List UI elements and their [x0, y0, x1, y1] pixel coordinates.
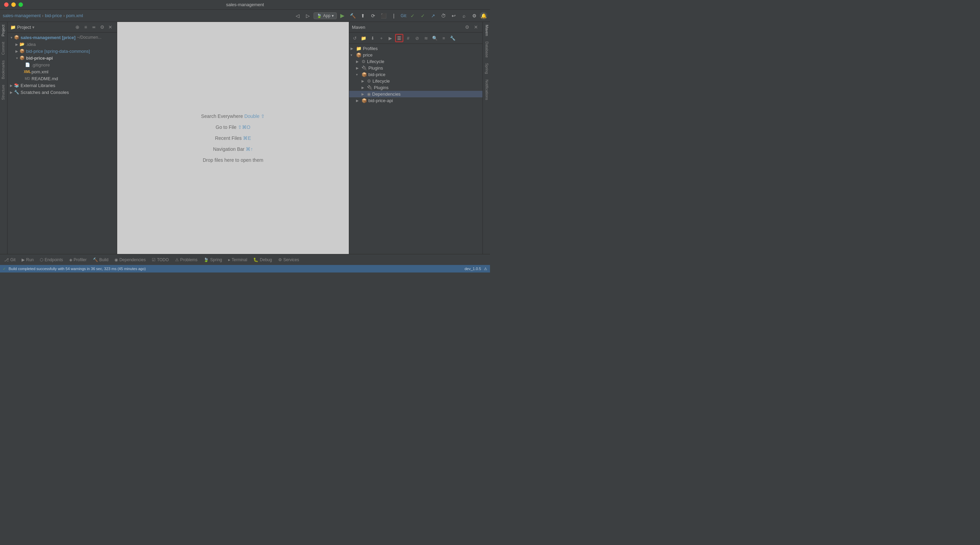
maven-download-button[interactable]: ⬇ — [368, 34, 377, 42]
bottom-tab-todo[interactable]: ☑ TODO — [149, 256, 171, 264]
breadcrumb-project[interactable]: sales-management — [3, 13, 41, 18]
expand-all-button[interactable]: ≖ — [90, 23, 98, 31]
panel-settings-button[interactable]: ⚙ — [99, 23, 106, 31]
maven-item-bid-price-api[interactable]: ▶ 📦 bid-price-api — [349, 97, 482, 104]
bottom-tab-debug[interactable]: 🐛 Debug — [250, 256, 274, 264]
nav-forward-button[interactable]: ▷ — [303, 11, 313, 21]
right-tab-database[interactable]: Database — [483, 39, 490, 61]
maven-add-button[interactable]: + — [377, 34, 385, 42]
tree-item-gitignore[interactable]: ▶ 📄 .gitignore — [8, 61, 117, 68]
tree-item-bid-price-api[interactable]: ▾ 📦 bid-price-api — [8, 54, 117, 61]
maven-run-button[interactable]: ▶ — [386, 34, 395, 42]
panel-close-button[interactable]: ✕ — [107, 23, 114, 31]
bottom-tab-terminal[interactable]: ▸ Terminal — [226, 256, 250, 264]
maven-open-button[interactable]: 📁 — [360, 34, 368, 42]
sidebar-tab-project[interactable]: Project — [0, 22, 7, 39]
maven-item-lifecycle2[interactable]: ▶ ⚙ Lifecycle — [349, 78, 482, 84]
maven-refresh-button[interactable]: ↺ — [350, 34, 359, 42]
tree-label-pomxml: pom.xml — [32, 69, 48, 74]
bottom-tab-git[interactable]: ⎇ Git — [2, 256, 18, 264]
sidebar-tab-commit[interactable]: Commit — [0, 39, 7, 57]
locate-button[interactable]: ⊕ — [74, 23, 81, 31]
maven-close-button[interactable]: ✕ — [472, 23, 480, 31]
bottom-tab-services[interactable]: ⚙ Services — [275, 256, 302, 264]
run-button[interactable]: ▶ — [337, 11, 347, 21]
maven-item-plugins1[interactable]: ▶ 🔌 Plugins — [349, 65, 482, 71]
search-button[interactable]: ⌕ — [459, 11, 469, 21]
right-tab-spring[interactable]: Spring — [483, 61, 490, 77]
bottom-tab-endpoints[interactable]: ⬡ Endpoints — [37, 256, 65, 264]
app-dropdown-button[interactable]: 🍃 App ▾ — [313, 12, 337, 19]
right-tab-maven[interactable]: Maven — [483, 22, 490, 39]
hint-search-text: Search Everywhere — [201, 113, 243, 119]
tree-label-ext-libs: External Libraries — [21, 83, 55, 88]
maven-label-bid-price: bid-price — [368, 72, 385, 77]
tree-item-idea[interactable]: ▶ 📂 .idea — [8, 41, 117, 48]
history-button[interactable]: ⏱ — [439, 11, 448, 21]
right-tab-notifications[interactable]: Notifications — [483, 77, 490, 103]
maven-item-plugins2[interactable]: ▶ 🔌 Plugins — [349, 84, 482, 91]
undo-button[interactable]: ↩ — [449, 11, 458, 21]
tree-label-scratches: Scratches and Consoles — [21, 90, 69, 95]
project-panel-header: 📁 Project ▾ ⊕ ≡ ≖ ⚙ ✕ — [8, 22, 117, 33]
left-sidebar-tabs: Project Commit Bookmarks Structure — [0, 22, 8, 254]
chevron-down-icon[interactable]: ▾ — [32, 25, 35, 30]
bottom-tab-profiler[interactable]: ◈ Profiler — [67, 256, 89, 264]
breadcrumb-file[interactable]: pom.xml — [66, 13, 83, 18]
editor-area: Search Everywhere Double ⇧ Go to File ⇧⌘… — [117, 22, 349, 254]
maven-item-lifecycle1[interactable]: ▶ ⚙ Lifecycle — [349, 58, 482, 65]
minimize-button[interactable] — [11, 2, 16, 7]
maven-item-price[interactable]: ▾ 📦 price — [349, 52, 482, 58]
maven-search-button[interactable]: 🔍 — [431, 34, 439, 42]
maven-wrench-button[interactable]: 🔧 — [449, 34, 457, 42]
close-button[interactable] — [4, 2, 9, 7]
git-push-button[interactable]: ↗ — [428, 11, 438, 21]
maven-filter-button[interactable]: ≋ — [422, 34, 430, 42]
maven-label-dependencies: Dependencies — [372, 91, 401, 97]
git-check2-button[interactable]: ✓ — [418, 11, 428, 21]
sidebar-tab-bookmarks[interactable]: Bookmarks — [0, 57, 7, 82]
breadcrumb-module[interactable]: bid-price — [45, 13, 62, 18]
maven-item-dependencies[interactable]: ▶ ◉ Dependencies — [349, 91, 482, 97]
tree-item-scratches[interactable]: ▶ 🔧 Scratches and Consoles — [8, 89, 117, 96]
maven-skip-button[interactable]: ⊘ — [413, 34, 421, 42]
maven-settings-button[interactable]: ⚙ — [463, 23, 471, 31]
maven-item-bid-price[interactable]: ▾ 📦 bid-price — [349, 71, 482, 78]
maven-toggle-button[interactable]: # — [404, 34, 412, 42]
hint-recent-text: Recent Files — [215, 135, 242, 141]
tree-item-bid-price-spring[interactable]: ▶ 📦 bid-price [spring-data-commons] — [8, 48, 117, 54]
stop-button[interactable]: ⬛ — [379, 11, 388, 21]
tree-item-ext-libs[interactable]: ▶ 📚 External Libraries — [8, 82, 117, 89]
maximize-button[interactable] — [19, 2, 23, 7]
bottom-tab-dependencies[interactable]: ◉ Dependencies — [112, 256, 148, 264]
maven-tree: ▶ 📁 Profiles ▾ 📦 price ▶ ⚙ Lifecycle ▶ — [349, 44, 482, 254]
tree-item-pomxml[interactable]: ▶ XML pom.xml — [8, 68, 117, 75]
sidebar-tab-structure[interactable]: Structure — [0, 82, 7, 103]
build-with-deps-button[interactable]: ⬆ — [358, 11, 368, 21]
build-button[interactable]: 🔨 — [348, 11, 357, 21]
maven-collapse-button[interactable]: ≡ — [440, 34, 448, 42]
tree-item-readme[interactable]: ▶ MD README.md — [8, 75, 117, 82]
bottom-tab-problems[interactable]: ⚠ Problems — [172, 256, 200, 264]
bottom-tab-spring[interactable]: 🍃 Spring — [201, 256, 225, 264]
collapse-all-button[interactable]: ≡ — [82, 23, 89, 31]
settings-button[interactable]: ⚙ — [469, 11, 479, 21]
notifications-icon[interactable]: 🔔 — [480, 12, 487, 19]
tree-item-root[interactable]: ▾ 📦 sales-management [price] ~/Documen..… — [8, 34, 117, 41]
hint-drop-text: Drop files here to open them — [203, 157, 264, 163]
hint-drop-files: Drop files here to open them — [203, 157, 264, 163]
maven-label-lifecycle2: Lifecycle — [372, 78, 390, 84]
spring-icon: 🍃 — [204, 257, 209, 262]
maven-toolbar: ↺ 📁 ⬇ + ▶ ☰ # ⊘ ≋ 🔍 ≡ 🔧 — [349, 33, 482, 44]
maven-item-profiles[interactable]: ▶ 📁 Profiles — [349, 45, 482, 52]
bottom-tab-run[interactable]: ▶ Run — [19, 256, 36, 264]
project-panel-actions: ⊕ ≡ ≖ ⚙ ✕ — [74, 23, 114, 31]
clean-button[interactable]: ⟳ — [368, 11, 378, 21]
branch-name[interactable]: dev_1.0.5 — [465, 267, 481, 271]
tree-label-gitignore: .gitignore — [32, 62, 50, 67]
bottom-tab-build[interactable]: 🔨 Build — [90, 256, 111, 264]
nav-back-button[interactable]: ◁ — [293, 11, 302, 21]
git-check-button[interactable]: ✓ — [408, 11, 417, 21]
services-label: Services — [283, 257, 299, 262]
maven-execute-button[interactable]: ☰ — [395, 34, 403, 42]
